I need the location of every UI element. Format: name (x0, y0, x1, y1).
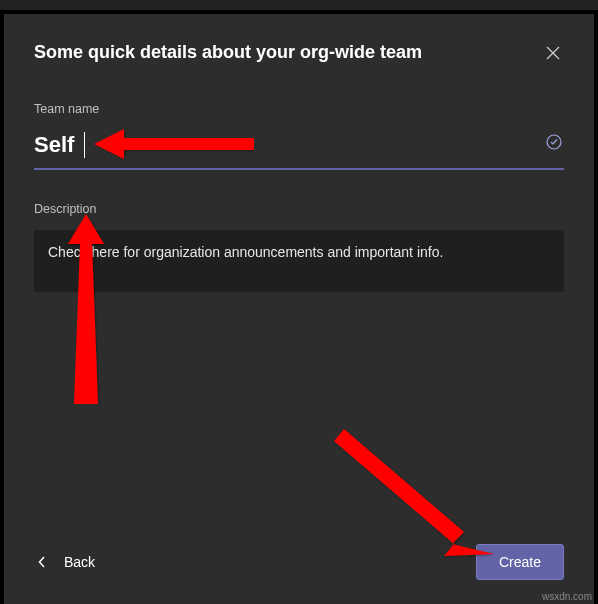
window-top-strip (0, 0, 598, 10)
back-button[interactable]: Back (34, 546, 99, 578)
modal-footer: Back Create (34, 524, 564, 580)
team-name-input-wrap (34, 130, 564, 170)
modal-title: Some quick details about your org-wide t… (34, 42, 422, 63)
text-cursor (84, 132, 85, 158)
close-button[interactable] (542, 42, 564, 64)
watermark: wsxdn.com (542, 591, 592, 602)
close-icon (546, 46, 560, 60)
modal-header: Some quick details about your org-wide t… (34, 42, 564, 64)
team-name-input[interactable] (34, 130, 564, 170)
description-textarea[interactable]: Check here for organization announcement… (34, 230, 564, 292)
chevron-left-icon (38, 556, 46, 568)
team-name-field: Team name (34, 102, 564, 200)
create-button[interactable]: Create (476, 544, 564, 580)
description-label: Description (34, 202, 564, 216)
create-team-modal: Some quick details about your org-wide t… (4, 14, 594, 604)
team-name-label: Team name (34, 102, 564, 116)
description-field: Description Check here for organization … (34, 202, 564, 296)
valid-check-icon (546, 134, 562, 154)
back-label: Back (64, 554, 95, 570)
